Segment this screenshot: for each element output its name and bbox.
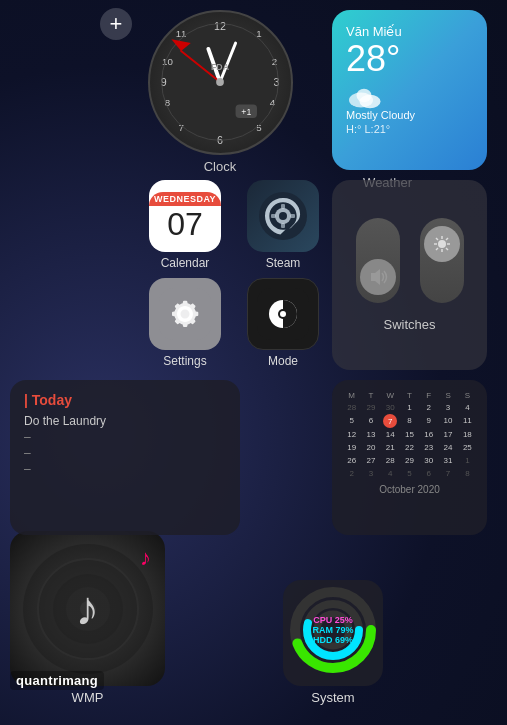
settings-icon-img <box>149 278 221 350</box>
cal-day: 18 <box>458 428 477 441</box>
steam-icon-img <box>247 180 319 252</box>
calendar-icon-img: WEDNESDAY 07 <box>149 180 221 252</box>
svg-rect-30 <box>290 214 295 218</box>
weather-temperature: 28° <box>346 39 473 79</box>
cal-day-today[interactable]: 7 <box>383 414 397 428</box>
mode-app-icon[interactable]: Mode <box>238 278 328 368</box>
cloud-icon <box>346 85 382 109</box>
svg-marker-36 <box>371 269 380 285</box>
cal-day: 26 <box>342 454 361 467</box>
today-task-1: Do the Laundry <box>24 414 226 428</box>
mini-calendar-widget[interactable]: M T W T F S S 28 29 30 1 2 3 4 5 6 7 8 9… <box>332 380 487 535</box>
switches-widget[interactable]: Switches <box>332 180 487 370</box>
today-task-4: – <box>24 462 226 476</box>
mini-cal-dow: M T W T F S S <box>342 390 477 401</box>
settings-app-icon[interactable]: Settings <box>140 278 230 368</box>
cal-day: 2 <box>342 467 361 480</box>
wmp-section: ♪ ♪ WMP <box>10 531 165 705</box>
brightness-switch-knob <box>424 226 460 262</box>
settings-app-label: Settings <box>163 354 206 368</box>
dow-s: S <box>438 390 457 401</box>
weather-high-low: H:° L:21° <box>346 123 473 135</box>
dow-th: T <box>400 390 419 401</box>
mini-cal-month: October 2020 <box>342 484 477 495</box>
cal-day: 2 <box>419 401 438 414</box>
cal-day: 8 <box>458 467 477 480</box>
cal-day: 5 <box>342 414 361 428</box>
steam-logo-svg <box>257 190 309 242</box>
sound-switch-knob <box>360 259 396 295</box>
dow-f: F <box>419 390 438 401</box>
steam-app-icon[interactable]: Steam <box>238 180 328 270</box>
dow-su: S <box>458 390 477 401</box>
mini-cal-days: 28 29 30 1 2 3 4 5 6 7 8 9 10 11 12 13 1… <box>342 401 477 480</box>
svg-rect-27 <box>281 204 285 209</box>
hdd-stat: HDD 69% <box>313 635 353 645</box>
sound-switch[interactable] <box>356 218 400 303</box>
cal-day: 19 <box>342 441 361 454</box>
today-task-3: – <box>24 446 226 460</box>
cal-day: 11 <box>458 414 477 428</box>
wmp-label: WMP <box>72 690 104 705</box>
cal-day: 8 <box>400 414 419 428</box>
itunes-icon: ♪ <box>140 545 151 571</box>
add-widget-button[interactable]: + <box>100 8 132 40</box>
svg-text:+1: +1 <box>241 107 251 117</box>
system-section: CPU 25% RAM 79% HDD 69% System <box>179 580 487 705</box>
switches-row <box>356 218 464 303</box>
svg-line-44 <box>446 238 448 240</box>
cal-day: 14 <box>381 428 400 441</box>
today-widget[interactable]: | Today Do the Laundry – – – <box>10 380 240 535</box>
svg-line-43 <box>446 248 448 250</box>
cal-day: 29 <box>400 454 419 467</box>
dow-w: W <box>381 390 400 401</box>
svg-rect-29 <box>271 214 276 218</box>
brightness-switch[interactable] <box>420 218 464 303</box>
calendar-app-icon[interactable]: WEDNESDAY 07 Calendar <box>140 180 230 270</box>
cal-day: 12 <box>342 428 361 441</box>
svg-point-37 <box>438 240 446 248</box>
cal-day: 30 <box>381 401 400 414</box>
cal-day: 4 <box>381 467 400 480</box>
clock-widget[interactable]: 12 3 6 9 1 2 4 5 7 8 10 11 +1 <box>140 10 300 170</box>
calendar-day-number: 07 <box>167 208 203 240</box>
cal-day: 28 <box>342 401 361 414</box>
bottom-row: ♪ ♪ WMP CPU 25% <box>10 531 487 705</box>
cal-day: 27 <box>361 454 380 467</box>
svg-text:12: 12 <box>214 20 226 32</box>
cal-day: 25 <box>458 441 477 454</box>
calendar-day-name: WEDNESDAY <box>149 192 221 206</box>
cal-day: 31 <box>438 454 457 467</box>
calendar-app-label: Calendar <box>161 256 210 270</box>
svg-line-45 <box>436 248 438 250</box>
weather-location: Văn Miếu <box>346 24 473 39</box>
cal-day: 6 <box>419 467 438 480</box>
system-stats: CPU 25% RAM 79% HDD 69% <box>283 580 383 680</box>
svg-text:1: 1 <box>256 28 261 39</box>
clock-label: Clock <box>204 159 237 174</box>
music-note-icon: ♪ <box>76 581 100 636</box>
cal-day: 16 <box>419 428 438 441</box>
cal-day: 3 <box>438 401 457 414</box>
weather-widget[interactable]: Văn Miếu 28° Mostly Cloudy H:° L:21° <box>332 10 487 170</box>
svg-point-26 <box>279 212 287 220</box>
clock-svg: 12 3 6 9 1 2 4 5 7 8 10 11 +1 <box>150 10 291 155</box>
wmp-widget[interactable]: ♪ ♪ <box>10 531 165 686</box>
mode-icon-img <box>247 278 319 350</box>
dow-m: M <box>342 390 361 401</box>
system-label: System <box>311 690 354 705</box>
dow-t: T <box>361 390 380 401</box>
cal-day: 23 <box>419 441 438 454</box>
mode-app-label: Mode <box>268 354 298 368</box>
svg-point-23 <box>357 88 372 102</box>
today-task-2: – <box>24 430 226 444</box>
cal-day: 3 <box>361 467 380 480</box>
svg-text:FDA: FDA <box>211 62 230 72</box>
weather-description: Mostly Cloudy <box>346 109 473 121</box>
cal-day: 7 <box>438 467 457 480</box>
cal-day: 1 <box>458 454 477 467</box>
system-widget[interactable]: CPU 25% RAM 79% HDD 69% <box>283 580 383 686</box>
cal-day: 9 <box>419 414 438 428</box>
cal-day: 15 <box>400 428 419 441</box>
svg-rect-28 <box>281 223 285 228</box>
